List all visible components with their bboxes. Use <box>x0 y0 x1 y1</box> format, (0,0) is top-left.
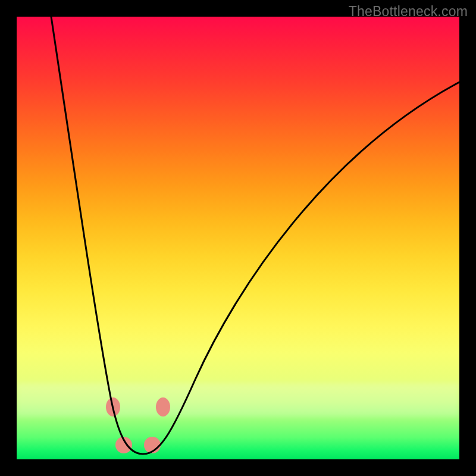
chart-marker <box>156 397 170 416</box>
chart-svg <box>17 17 459 459</box>
chart-frame <box>17 17 459 459</box>
bottleneck-curve <box>51 17 459 454</box>
